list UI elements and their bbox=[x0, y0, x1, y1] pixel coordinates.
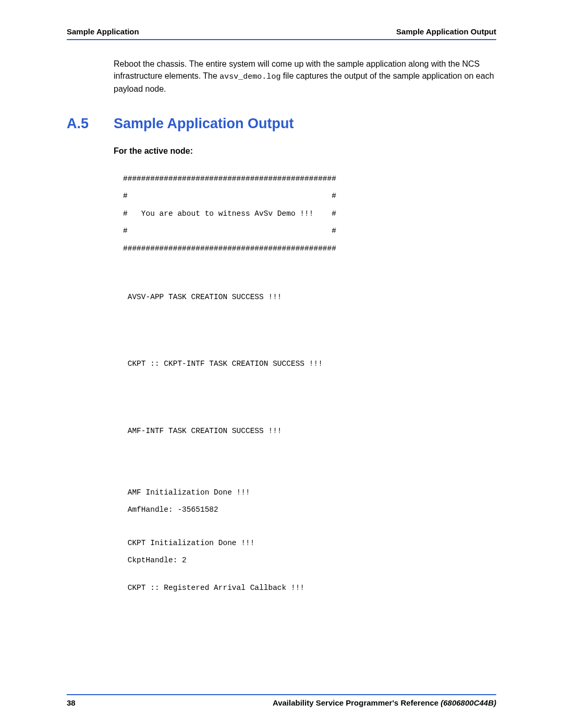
page-footer: 38 Availability Service Programmer's Ref… bbox=[67, 694, 496, 707]
page-header: Sample Application Sample Application Ou… bbox=[67, 27, 496, 40]
code-line: CKPT Initialization Done !!! bbox=[123, 535, 496, 552]
section-number: A.5 bbox=[67, 116, 100, 132]
code-line: AmfHandle: -35651582 bbox=[123, 501, 496, 519]
code-line: CKPT :: Registered Arrival Callback !!! bbox=[123, 579, 496, 597]
code-line: # # bbox=[123, 188, 496, 205]
code-line: AMF Initialization Done !!! bbox=[123, 484, 496, 501]
code-line: # You are about to witness AvSv Demo !!!… bbox=[123, 205, 496, 223]
footer-reference: Availability Service Programmer's Refere… bbox=[273, 698, 496, 707]
code-line: # # bbox=[123, 223, 496, 240]
intro-paragraph: Reboot the chassis. The entire system wi… bbox=[114, 58, 496, 95]
code-line: AVSV-APP TASK CREATION SUCCESS !!! bbox=[123, 289, 496, 306]
code-line: CKPT :: CKPT-INTF TASK CREATION SUCCESS … bbox=[123, 355, 496, 373]
code-line: AMF-INTF TASK CREATION SUCCESS !!! bbox=[123, 423, 496, 440]
section-heading: A.5 Sample Application Output bbox=[67, 116, 496, 132]
code-line: ########################################… bbox=[123, 240, 496, 257]
subheading: For the active node: bbox=[114, 146, 496, 156]
inline-code: avsv_demo.log bbox=[219, 72, 280, 81]
code-output: ########################################… bbox=[114, 170, 496, 597]
footer-docnum: (6806800C44B) bbox=[440, 698, 496, 707]
section-title: Sample Application Output bbox=[114, 116, 294, 132]
header-left: Sample Application bbox=[67, 27, 139, 36]
code-line: ########################################… bbox=[123, 170, 496, 188]
page-body: Reboot the chassis. The entire system wi… bbox=[67, 40, 496, 597]
footer-title: Availability Service Programmer's Refere… bbox=[273, 698, 440, 707]
page-number: 38 bbox=[67, 698, 76, 707]
header-right: Sample Application Output bbox=[396, 27, 496, 36]
code-line: CkptHandle: 2 bbox=[123, 552, 496, 569]
